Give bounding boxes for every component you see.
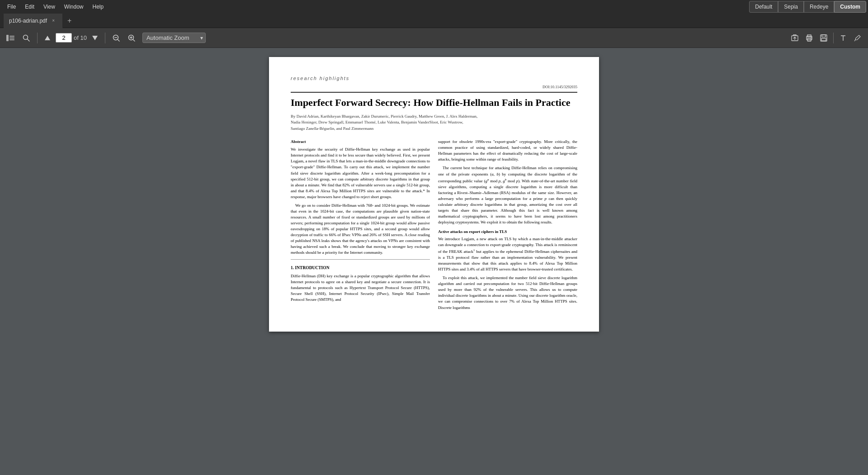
svg-rect-22 [822,35,826,37]
next-page-icon [92,36,98,40]
pdf-tab[interactable]: p106-adrian.pdf × [4,14,63,28]
print-icon [805,34,813,42]
save-icon [820,34,828,42]
svg-rect-0 [6,35,9,41]
research-highlights-label: research highlights [291,75,577,82]
svg-rect-23 [821,38,826,41]
active-attacks-heading: Active attacks on export ciphers in TLS [438,229,577,235]
col-divider [291,259,430,260]
abstract-col1: Abstract We investigate the security of … [291,139,430,313]
svg-line-14 [133,39,135,41]
col2-para4: To exploit this attack, we implemented t… [438,275,577,310]
abstract-col2: support for obsolete 1990s-era "export-g… [438,139,577,313]
color-scheme-bar: Default Sepia Redeye Custom [747,0,868,14]
menu-item-file[interactable]: File [4,2,19,12]
annotate-icon [854,34,862,42]
menu-bar: File Edit View Window Help Default Sepia… [0,0,868,14]
toolbar-right-buttons [788,32,864,44]
sidebar-icon [6,35,14,41]
abstract-heading: Abstract [291,139,430,145]
abstract-para1: We investigate the security of Diffie-He… [291,147,430,200]
zoom-in-icon [128,34,135,42]
zoom-in-button[interactable] [125,33,138,43]
menu-item-help[interactable]: Help [89,2,108,12]
col2-para3: We introduce Logjam, a new attack on TLS… [438,236,577,272]
prev-page-button[interactable] [42,34,53,42]
svg-marker-7 [92,36,98,40]
svg-rect-1 [9,36,14,37]
intro-para1: Diffie-Hellman (DH) key exchange is a po… [291,273,430,303]
page-navigation: of 10 [56,33,87,43]
scheme-redeye-button[interactable]: Redeye [804,1,834,13]
new-tab-button[interactable]: + [63,14,76,28]
tab-bar: p106-adrian.pdf × + [0,14,868,28]
save-button[interactable] [817,32,830,44]
sidebar-toggle-button[interactable] [4,33,17,43]
svg-line-5 [28,39,30,41]
zoom-out-icon [113,34,120,42]
authors: By David Adrian, Karthikeyan Bhargavan, … [291,114,577,132]
scheme-custom-button[interactable]: Custom [834,1,866,13]
svg-line-26 [854,40,855,41]
scheme-sepia-button[interactable]: Sepia [778,1,804,13]
menu-item-view[interactable]: View [40,2,59,12]
separator-3 [833,33,834,43]
col2-para2: The current best technique for attacking… [438,165,577,225]
open-file-button[interactable] [788,32,802,44]
search-icon [23,34,30,42]
toolbar: of 10 Automatic Zoom Actual Size Page Fi… [0,28,868,48]
menu-item-window[interactable]: Window [61,2,87,12]
svg-marker-6 [45,36,50,40]
abstract-para2: We go on to consider Diffie-Hellman with… [291,203,430,256]
page-number-input[interactable] [56,33,72,43]
text-tool-icon [839,34,847,42]
scheme-default-button[interactable]: Default [749,1,778,13]
pdf-page: research highlights DOI:10.1145/3292035 … [269,57,599,332]
next-page-button[interactable] [90,34,100,42]
search-button[interactable] [20,33,33,43]
menu-item-edit[interactable]: Edit [21,2,38,12]
svg-rect-2 [9,38,14,38]
prev-page-icon [45,36,50,40]
pdf-container[interactable]: research highlights DOI:10.1145/3292035 … [0,48,868,475]
intro-heading: 1. INTRODUCTION [291,265,430,271]
annotate-button[interactable] [851,32,864,44]
tab-close-button[interactable]: × [50,17,57,24]
tab-label: p106-adrian.pdf [9,18,47,24]
svg-point-20 [811,37,812,38]
zoom-selector-wrap: Automatic Zoom Actual Size Page Fit Page… [142,33,206,43]
zoom-dropdown[interactable]: Automatic Zoom Actual Size Page Fit Page… [142,33,206,43]
separator-2 [105,33,105,43]
text-tool-button[interactable] [836,32,850,44]
doi-label: DOI:10.1145/3292035 [291,85,577,90]
page-total-label: of 10 [74,34,87,41]
col2-para1: support for obsolete 1990s-era "export-g… [438,139,577,162]
svg-line-10 [118,39,119,41]
open-file-icon [791,34,799,42]
zoom-out-button[interactable] [110,33,123,43]
print-button[interactable] [802,32,816,44]
paper-title: Imperfect Forward Secrecy: How Diffie-He… [291,92,577,109]
abstract-section: Abstract We investigate the security of … [291,139,577,313]
svg-rect-3 [9,39,14,40]
separator-1 [37,33,38,43]
